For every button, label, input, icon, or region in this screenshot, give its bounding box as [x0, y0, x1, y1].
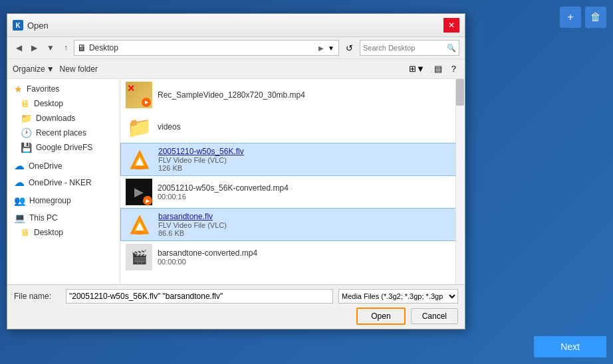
toolbar2-right: ⊞▼ ▤ ?: [406, 62, 459, 76]
recent-icon: 🕐: [21, 128, 32, 138]
file-duration: 00:00:16: [158, 193, 459, 201]
file-list-scrollbar[interactable]: [455, 79, 465, 284]
sidebar-item-downloads[interactable]: 📁 Downloads: [7, 111, 120, 126]
file-info: 20051210-w50s_56K-converted.mp4 00:00:16: [158, 183, 459, 201]
filename-input[interactable]: [66, 289, 333, 304]
file-info: Rec_SampleVideo_1280x720_30mb.mp4: [158, 90, 459, 100]
gdrive-icon: 💾: [21, 142, 32, 153]
sidebar-item-google-drive[interactable]: 💾 Google DriveFS: [7, 140, 120, 155]
delete-button[interactable]: 🗑: [585, 7, 606, 28]
sidebar-item-favorites[interactable]: ★ Favorites: [7, 82, 120, 96]
play-badge: ▶: [143, 196, 152, 205]
filetype-select[interactable]: Media Files (*.3g2; *.3gp; *.3gp: [338, 289, 458, 304]
file-name: barsandtone.flv: [158, 212, 459, 221]
file-thumbnail: [126, 211, 153, 238]
organize-label: Organize: [13, 64, 45, 74]
thispc-desktop-icon: 🖥: [21, 227, 30, 238]
sidebar-item-recent[interactable]: 🕐 Recent places: [7, 126, 120, 140]
file-info: barsandtone-converted.mp4 00:00:00: [158, 248, 459, 266]
vlc-icon: [128, 213, 152, 236]
app-icon: K: [13, 20, 23, 31]
homegroup-label: Homegroup: [29, 196, 71, 205]
desktop-label: Desktop: [34, 99, 63, 108]
search-icon: 🔍: [447, 44, 456, 52]
dialog-titlebar: K Open ✕: [7, 14, 465, 37]
address-arrow: ▶: [318, 45, 324, 52]
sidebar-item-homegroup[interactable]: 👥 Homegroup: [7, 193, 120, 208]
search-input[interactable]: [363, 44, 447, 52]
file-info: barsandtone.flv FLV Video File (VLC) 86.…: [158, 212, 459, 237]
up-button[interactable]: ↑: [61, 41, 71, 54]
file-name: Rec_SampleVideo_1280x720_30mb.mp4: [158, 90, 459, 100]
folder-icon: 📁: [127, 116, 152, 139]
refresh-button[interactable]: ↺: [342, 41, 357, 55]
sidebar-item-thispc[interactable]: 💻 This PC: [7, 211, 120, 225]
file-list: ✕ ▶ Rec_SampleVideo_1280x720_30mb.mp4 📁 …: [120, 79, 465, 284]
list-item[interactable]: 20051210-w50s_56K.flv FLV Video File (VL…: [120, 143, 465, 176]
file-thumbnail: ✕ ▶: [126, 82, 152, 108]
new-folder-button[interactable]: New folder: [60, 64, 98, 74]
file-name: videos: [158, 122, 459, 132]
back-button[interactable]: ◀: [13, 41, 25, 54]
file-size: 86.6 KB: [158, 229, 459, 237]
layout-button[interactable]: ▤: [431, 62, 445, 76]
file-name: barsandtone-converted.mp4: [158, 248, 459, 258]
onedrive-nker-label: OneDrive - NKER: [29, 178, 92, 187]
thispc-section: 💻 This PC 🖥 Desktop: [7, 211, 120, 240]
sidebar-item-thispc-desktop[interactable]: 🖥 Desktop: [7, 225, 120, 240]
thispc-desktop-label: Desktop: [34, 228, 63, 237]
file-name: 20051210-w50s_56K-converted.mp4: [158, 183, 459, 193]
filename-label: File name:: [14, 292, 61, 301]
address-dropdown-button[interactable]: ▼: [326, 43, 336, 53]
list-item[interactable]: ▶ ▶ 20051210-w50s_56K-converted.mp4 00:0…: [120, 176, 465, 208]
svg-point-3: [134, 166, 146, 169]
main-area: ★ Favorites 🖥 Desktop 📁 Downloads 🕐 Rece…: [7, 79, 465, 285]
file-thumbnail: ▶ ▶: [126, 179, 152, 205]
titlebar-left: K Open: [13, 20, 49, 31]
help-button[interactable]: ?: [448, 62, 459, 76]
onedrive-nker-icon: ☁: [14, 176, 25, 189]
list-item[interactable]: 📁 videos: [120, 111, 465, 143]
action-row: Open Cancel: [14, 308, 458, 325]
list-item[interactable]: ✕ ▶ Rec_SampleVideo_1280x720_30mb.mp4: [120, 79, 465, 111]
homegroup-icon: 👥: [14, 195, 25, 206]
organize-toolbar: Organize ▼ New folder ⊞▼ ▤ ?: [7, 59, 465, 79]
scroll-thumb[interactable]: [456, 79, 464, 106]
sidebar: ★ Favorites 🖥 Desktop 📁 Downloads 🕐 Rece…: [7, 79, 120, 284]
forward-button[interactable]: ▶: [28, 41, 41, 54]
organize-arrow: ▼: [47, 64, 55, 74]
thispc-label: This PC: [29, 213, 58, 223]
view-button[interactable]: ⊞▼: [406, 62, 428, 76]
close-button[interactable]: ✕: [443, 18, 459, 33]
thispc-icon: 💻: [14, 213, 25, 223]
next-button[interactable]: Next: [534, 336, 606, 357]
favorites-section: ★ Favorites 🖥 Desktop 📁 Downloads 🕐 Rece…: [7, 82, 120, 155]
open-button[interactable]: Open: [356, 308, 405, 325]
file-type: FLV Video File (VLC): [158, 156, 459, 164]
filename-row: File name: Media Files (*.3g2; *.3gp; *.…: [14, 289, 458, 304]
vlc-icon: [128, 147, 152, 171]
list-item[interactable]: 🎬 barsandtone-converted.mp4 00:00:00: [120, 241, 465, 273]
svg-point-7: [134, 231, 146, 234]
play-icon: ▶: [142, 98, 151, 107]
organize-button[interactable]: Organize ▼: [13, 64, 55, 74]
toolbar2-left: Organize ▼ New folder: [13, 64, 98, 74]
file-thumbnail: 🎬: [126, 244, 152, 270]
desktop-icon: 🖥: [21, 98, 30, 109]
add-button[interactable]: +: [560, 7, 581, 28]
search-box[interactable]: 🔍: [360, 40, 459, 56]
sidebar-item-desktop[interactable]: 🖥 Desktop: [7, 96, 120, 111]
sidebar-item-onedrive[interactable]: ☁ OneDrive: [7, 157, 120, 174]
bottom-area: File name: Media Files (*.3g2; *.3gp; *.…: [7, 285, 465, 329]
cancel-button[interactable]: Cancel: [411, 308, 458, 324]
nav-dropdown-button[interactable]: ▼: [43, 41, 58, 54]
file-thumbnail: [126, 146, 153, 173]
address-bar[interactable]: 🖥 Desktop ▶ ▼: [74, 40, 339, 56]
navigation-toolbar: ◀ ▶ ▼ ↑ 🖥 Desktop ▶ ▼ ↺ 🔍: [7, 37, 465, 59]
star-icon: ★: [14, 84, 23, 94]
top-right-toolbar: + 🗑: [560, 7, 606, 28]
video-thumb: ▶ ▶: [126, 179, 152, 205]
sidebar-item-onedrive-nker[interactable]: ☁ OneDrive - NKER: [7, 174, 120, 191]
address-text: Desktop: [89, 43, 316, 52]
list-item[interactable]: barsandtone.flv FLV Video File (VLC) 86.…: [120, 208, 465, 241]
